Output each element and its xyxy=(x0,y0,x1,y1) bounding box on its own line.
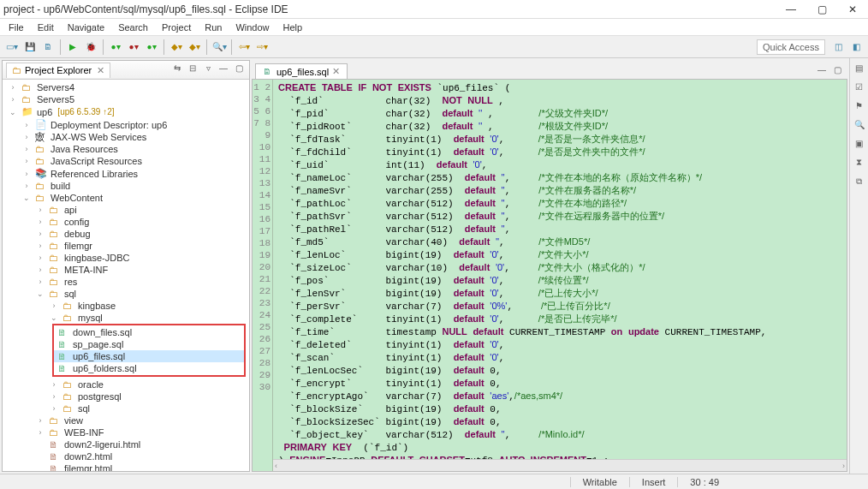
tree-webinf[interactable]: ›🗀WEB-INF xyxy=(3,426,249,438)
tree-jsres[interactable]: ›🗀JavaScript Resources xyxy=(3,155,249,167)
editor-minimize-button[interactable]: — xyxy=(815,65,829,79)
menu-edit[interactable]: Edit xyxy=(33,21,59,34)
search-view-button[interactable]: 🔍 xyxy=(853,120,866,134)
editor-body[interactable]: 1 2 3 4 5 6 7 8 9 10 11 12 13 14 15 16 1… xyxy=(252,79,847,472)
progress-button[interactable]: ⧗ xyxy=(853,158,866,171)
close-icon[interactable]: ✕ xyxy=(97,65,104,76)
tree-up6-folders[interactable]: 🗎up6_folders.sql xyxy=(54,362,244,374)
folder-icon: 🗀 xyxy=(62,391,74,402)
tree-postgresql[interactable]: ›🗀postgresql xyxy=(3,391,249,403)
servers-button[interactable]: ⧉ xyxy=(853,176,866,190)
perspective-java-button[interactable]: ◫ xyxy=(829,39,847,56)
menu-project[interactable]: Project xyxy=(157,21,196,34)
extern-button[interactable]: ●▾ xyxy=(125,39,142,56)
minimize-button[interactable]: — xyxy=(779,2,803,17)
menu-run[interactable]: Run xyxy=(199,21,227,34)
tree-metainf[interactable]: ›🗀META-INF xyxy=(3,264,249,276)
tree-res[interactable]: ›🗀res xyxy=(3,276,249,288)
save-all-button[interactable]: 🗎 xyxy=(39,39,56,56)
tree-view[interactable]: ›🗀view xyxy=(3,414,249,426)
tree-sql[interactable]: ⌄🗀sql xyxy=(3,288,249,300)
tree-servers5[interactable]: ›🗀Servers5 xyxy=(3,93,249,105)
tree-api[interactable]: ›🗀api xyxy=(3,204,249,216)
menu-help[interactable]: Help xyxy=(278,21,308,34)
tree-sql2[interactable]: ›🗀sql xyxy=(3,403,249,414)
sql-file-icon: 🗎 xyxy=(263,67,273,76)
menu-window[interactable]: Window xyxy=(230,21,274,34)
tree-oracle[interactable]: ›🗀oracle xyxy=(3,379,249,391)
tree-build[interactable]: ›🗀build xyxy=(3,180,249,192)
save-button[interactable]: 💾 xyxy=(21,39,39,56)
run-button[interactable]: ▶ xyxy=(64,39,81,56)
editor-maximize-button[interactable]: ▢ xyxy=(830,65,844,79)
folder-icon: 🗀 xyxy=(62,403,74,414)
perspective-debug-button[interactable]: ◧ xyxy=(847,39,865,56)
tree-javares[interactable]: ›🗀Java Resources xyxy=(3,143,249,155)
project-explorer-tab-bar: 🗀 Project Explorer ✕ ⇆ ⊟ ▿ — ▢ xyxy=(3,61,249,80)
tree-filemgr-html[interactable]: 🗎filemgr.html xyxy=(3,462,249,471)
tree-down-files[interactable]: 🗎down_files.sql xyxy=(54,326,244,338)
tree-filemgr[interactable]: ›🗀filemgr xyxy=(3,240,249,252)
html-file-icon: 🗎 xyxy=(49,463,61,471)
minimize-view-button[interactable]: — xyxy=(217,63,230,77)
folder-icon: 🗀 xyxy=(49,427,61,438)
project-explorer-label: Project Explorer xyxy=(25,65,92,75)
console-button[interactable]: ▣ xyxy=(853,139,866,152)
editor-tab-up6-files[interactable]: 🗎 up6_files.sql ✕ xyxy=(255,63,348,79)
folder-icon: 🗀 xyxy=(35,181,47,191)
line-gutter: 1 2 3 4 5 6 7 8 9 10 11 12 13 14 15 16 1… xyxy=(253,80,273,471)
tree-kingbase-jdbc[interactable]: ›🗀kingbase-JDBC xyxy=(3,252,249,264)
new-button[interactable]: ▭▾ xyxy=(3,39,21,56)
code-editor[interactable]: CREATE TABLE IF NOT EXISTS `up6_files` (… xyxy=(273,80,847,471)
menu-search[interactable]: Search xyxy=(113,21,153,34)
folder-icon: 🗀 xyxy=(21,94,33,104)
mysql-highlight-box: 🗎down_files.sql 🗎sp_page.sql 🗎up6_files.… xyxy=(52,324,246,377)
coverage-button[interactable]: ●▾ xyxy=(143,39,160,56)
close-button[interactable]: ✕ xyxy=(841,2,865,17)
menu-file[interactable]: File xyxy=(3,21,29,34)
new-pkg-button[interactable]: ◆▾ xyxy=(168,39,185,56)
view-menu-button[interactable]: ▿ xyxy=(201,63,215,77)
folder-icon: 🗀 xyxy=(35,156,47,166)
tree-mysql[interactable]: ⌄🗀mysql xyxy=(3,312,249,324)
new-class-button[interactable]: ◆▾ xyxy=(186,39,203,56)
editor-tab-label: up6_files.sql xyxy=(276,67,329,77)
quick-access[interactable]: Quick Access xyxy=(757,39,825,55)
tree-jaxws[interactable]: ›🕸JAX-WS Web Services xyxy=(3,131,249,143)
collapse-all-button[interactable]: ⊟ xyxy=(186,63,199,77)
tree-up6-files[interactable]: 🗎up6_files.sql xyxy=(54,350,244,362)
descriptor-icon: 📄 xyxy=(35,119,47,130)
forward-button[interactable]: ⇨▾ xyxy=(253,39,271,56)
outline-view-button[interactable]: ▤ xyxy=(853,63,866,77)
folder-icon: 🗀 xyxy=(49,415,61,426)
html-file-icon: 🗎 xyxy=(49,439,61,450)
tree-down2[interactable]: 🗎down2.html xyxy=(3,450,249,462)
html-file-icon: 🗎 xyxy=(49,451,61,462)
tree-webcontent[interactable]: ⌄🗀WebContent xyxy=(3,192,249,204)
tree-debug[interactable]: ›🗀debug xyxy=(3,228,249,240)
task-list-button[interactable]: ☑ xyxy=(853,82,866,96)
tree-up6[interactable]: ⌄📁up6[up6 6.5.39 ↑2] xyxy=(3,105,249,118)
horizontal-scrollbar[interactable]: ‹› xyxy=(273,459,847,471)
tree-config[interactable]: ›🗀config xyxy=(3,216,249,228)
tree-deploy[interactable]: ›📄Deployment Descriptor: up6 xyxy=(3,118,249,131)
tree-reflib[interactable]: ›📚Referenced Libraries xyxy=(3,167,249,180)
maximize-view-button[interactable]: ▢ xyxy=(232,63,246,77)
link-editor-button[interactable]: ⇆ xyxy=(170,63,184,77)
close-icon[interactable]: ✕ xyxy=(332,66,340,77)
project-tree[interactable]: ›🗀Servers4 ›🗀Servers5 ⌄📁up6[up6 6.5.39 ↑… xyxy=(3,80,249,471)
maximize-button[interactable]: ▢ xyxy=(810,2,834,17)
tree-sp-page[interactable]: 🗎sp_page.sql xyxy=(54,338,244,350)
project-explorer-tab[interactable]: 🗀 Project Explorer ✕ xyxy=(6,63,110,78)
sql-file-icon: 🗎 xyxy=(57,327,69,337)
markers-button[interactable]: ⚑ xyxy=(853,101,866,115)
tree-kingbase[interactable]: ›🗀kingbase xyxy=(3,300,249,312)
debug-button[interactable]: 🐞 xyxy=(82,39,99,56)
ws-icon: 🕸 xyxy=(35,132,47,142)
run-last-button[interactable]: ●▾ xyxy=(107,39,124,56)
back-button[interactable]: ⇦▾ xyxy=(235,39,253,56)
menu-navigate[interactable]: Navigate xyxy=(62,21,110,34)
search-button[interactable]: 🔍▾ xyxy=(211,39,228,56)
tree-down2-ligerui[interactable]: 🗎down2-ligerui.html xyxy=(3,438,249,450)
tree-servers4[interactable]: ›🗀Servers4 xyxy=(3,81,249,93)
